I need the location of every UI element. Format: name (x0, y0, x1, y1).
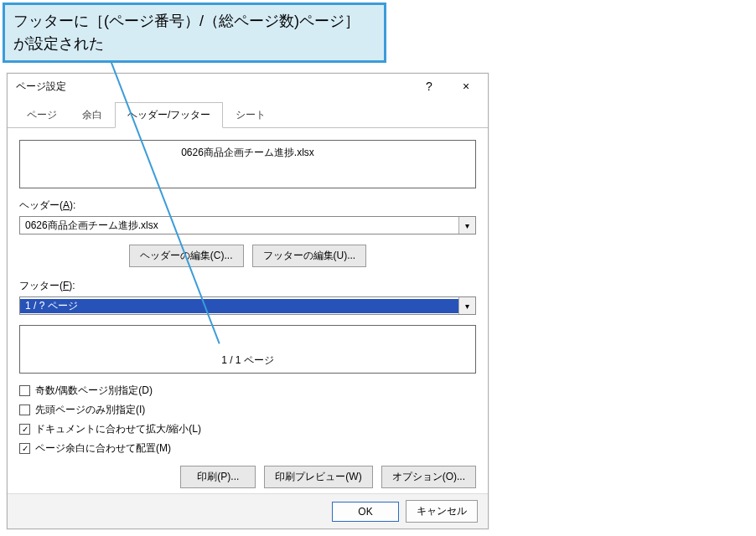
tab-margin[interactable]: 余白 (70, 102, 115, 128)
print-button[interactable]: 印刷(P)... (180, 466, 256, 488)
callout-line1: フッターに［(ページ番号）/（総ページ数)ページ］ (13, 10, 375, 33)
edit-footer-button[interactable]: フッターの編集(U)... (252, 245, 367, 267)
dialog-footer: OK キャンセル (8, 493, 488, 528)
checkbox-checked-icon (19, 424, 30, 435)
chevron-down-icon[interactable]: ▾ (458, 217, 475, 234)
footer-dropdown[interactable]: 1 / ? ページ ▾ (19, 296, 476, 315)
options-checkboxes: 奇数/偶数ページ別指定(D) 先頭ページのみ別指定(I) ドキュメントに合わせて… (19, 384, 476, 456)
checkbox-checked-icon (19, 443, 30, 454)
header-preview-box: 0626商品企画チーム進捗.xlsx (19, 140, 476, 188)
edit-buttons-row: ヘッダーの編集(C)... フッターの編集(U)... (19, 245, 476, 267)
dialog-titlebar: ページ設定 ? × (8, 74, 488, 99)
help-button[interactable]: ? (411, 75, 448, 98)
scale-doc-check[interactable]: ドキュメントに合わせて拡大/縮小(L) (19, 422, 476, 436)
tab-page[interactable]: ページ (14, 102, 70, 128)
checkbox-icon (19, 385, 30, 396)
footer-preview-box: 1 / 1 ページ (19, 325, 476, 374)
tab-strip: ページ 余白 ヘッダー/フッター シート (8, 99, 488, 128)
dialog-title: ページ設定 (16, 80, 411, 94)
first-page-label: 先頭ページのみ別指定(I) (35, 403, 145, 417)
checkbox-icon (19, 405, 30, 415)
page-setup-dialog: ページ設定 ? × ページ 余白 ヘッダー/フッター シート 0626商品企画チ… (7, 73, 489, 529)
align-margin-label: ページ余白に合わせて配置(M) (35, 441, 171, 456)
header-dropdown[interactable]: 0626商品企画チーム進捗.xlsx ▾ (19, 216, 476, 234)
close-button[interactable]: × (448, 75, 484, 98)
header-dropdown-label: ヘッダー(A): (19, 198, 476, 213)
callout-line2: が設定された (13, 33, 375, 55)
odd-even-label: 奇数/偶数ページ別指定(D) (35, 384, 153, 398)
instruction-callout: フッターに［(ページ番号）/（総ページ数)ページ］ が設定された (3, 3, 386, 63)
footer-preview-text: 1 / 1 ページ (221, 353, 274, 368)
footer-dropdown-value: 1 / ? ページ (20, 299, 458, 313)
cancel-button[interactable]: キャンセル (406, 500, 478, 523)
print-preview-button[interactable]: 印刷プレビュー(W) (264, 466, 372, 488)
ok-button[interactable]: OK (332, 502, 399, 522)
first-page-check[interactable]: 先頭ページのみ別指定(I) (19, 403, 476, 417)
options-button[interactable]: オプション(O)... (381, 466, 476, 488)
tab-sheet[interactable]: シート (223, 102, 278, 128)
odd-even-check[interactable]: 奇数/偶数ページ別指定(D) (19, 384, 476, 398)
chevron-down-icon[interactable]: ▾ (458, 297, 475, 314)
dialog-body: 0626商品企画チーム進捗.xlsx ヘッダー(A): 0626商品企画チーム進… (8, 128, 488, 497)
scale-doc-label: ドキュメントに合わせて拡大/縮小(L) (35, 422, 201, 436)
footer-dropdown-label: フッター(F): (19, 279, 476, 293)
align-margin-check[interactable]: ページ余白に合わせて配置(M) (19, 441, 476, 456)
header-dropdown-value: 0626商品企画チーム進捗.xlsx (20, 219, 458, 233)
header-preview-text: 0626商品企画チーム進捗.xlsx (181, 146, 314, 160)
action-buttons-row: 印刷(P)... 印刷プレビュー(W) オプション(O)... (19, 466, 476, 488)
